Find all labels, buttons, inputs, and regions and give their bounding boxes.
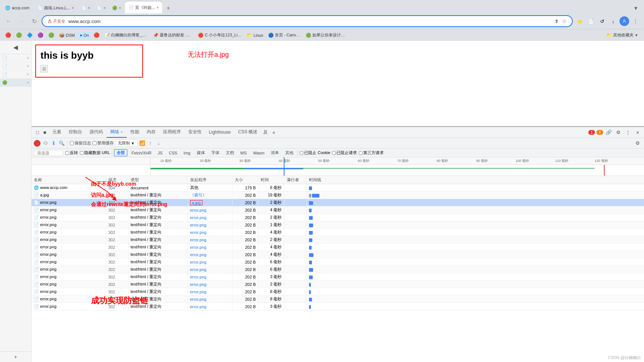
invert-checkbox[interactable]	[65, 151, 69, 155]
preserve-log-checkbox[interactable]	[70, 141, 74, 145]
sidebar-close-btn-4[interactable]: ×	[27, 81, 29, 85]
tab-2[interactable]: 📄 路络,Linux,L... ×	[34, 2, 78, 13]
dt-settings-icon[interactable]: ⚙	[614, 128, 622, 137]
network-table-container[interactable]: 名称 状态 类型 发起程序 大小 时间 瀑行者 时间线 🌐	[32, 176, 644, 362]
record-btn[interactable]	[34, 140, 40, 147]
row-initiator-link[interactable]: error.png	[190, 275, 206, 279]
new-tab-button[interactable]: +	[163, 3, 173, 13]
dt-tab-console[interactable]: 控制台	[65, 127, 86, 138]
dt-settings-btn[interactable]: ⚙	[634, 139, 642, 147]
network-row[interactable]: 📄 error.png 302text/html / 重定向error.png2…	[32, 273, 644, 281]
row-initiator-link[interactable]: error.png	[190, 297, 206, 301]
dt-tab-elements[interactable]: 元素	[49, 127, 65, 138]
network-row[interactable]: 📄 error.png 302text/html / 重定向error.png2…	[32, 214, 644, 221]
blocked-req-label[interactable]: 已阻止请求	[332, 150, 357, 156]
dt-tab-network[interactable]: 网络 ×	[107, 127, 127, 138]
filter-ws[interactable]: WS	[238, 150, 249, 156]
nav-forward[interactable]: →	[16, 16, 27, 26]
col-type[interactable]: 类型	[128, 176, 188, 184]
network-row[interactable]: 📄 error.png 302text/html / 重定向error.png2…	[32, 221, 644, 229]
bookmark-csdn[interactable]: 📝 白幽幽白的博客_CS...	[102, 31, 150, 39]
filter-fetch[interactable]: Fetch/XHR	[129, 150, 154, 156]
tab-close-active[interactable]: ×	[156, 6, 159, 10]
invert-label[interactable]: 反转	[65, 150, 78, 156]
devtools-dock-icon[interactable]: □	[34, 127, 41, 138]
filter-js[interactable]: JS	[156, 150, 165, 156]
nav-back[interactable]: ←	[4, 16, 14, 26]
sidebar-closed-1[interactable]: 📄 ×	[0, 54, 31, 62]
upload-btn[interactable]: ↑	[147, 140, 154, 147]
sidebar-close-btn-2[interactable]: ×	[27, 64, 29, 68]
download-btn-dt[interactable]: ↓	[155, 140, 162, 147]
sidebar-new-tab[interactable]: +	[0, 351, 31, 362]
row-initiator-link[interactable]: error.png	[190, 215, 206, 220]
row-initiator-link[interactable]: error.png	[190, 245, 206, 250]
history-btn[interactable]: ↺	[597, 16, 607, 26]
filter-font[interactable]: 字体	[209, 150, 222, 156]
row-initiator-link[interactable]: error.png	[190, 267, 206, 272]
bookmark-green[interactable]: 🟢	[14, 31, 24, 39]
dt-link-icon[interactable]: 🔗	[605, 128, 613, 137]
bookmark-niepingcha[interactable]: 📌 聂鲁达的邮差 的个...	[151, 31, 195, 39]
network-row[interactable]: 🌐 www.accp.com 304document其他179 B6 毫秒	[32, 184, 644, 192]
tab-close-3[interactable]: ×	[88, 6, 90, 10]
filter-clear[interactable]: 清单	[269, 150, 281, 156]
bookmark-4[interactable]: 🟣	[35, 31, 46, 39]
dt-tab-css[interactable]: CSS 概述	[234, 127, 261, 138]
preserve-log-label[interactable]: 保留日志	[70, 140, 91, 146]
tab-close-4[interactable]: ×	[103, 6, 105, 10]
tab-close-2[interactable]: ×	[72, 6, 74, 10]
col-status[interactable]: 状态	[106, 176, 128, 184]
col-time[interactable]: 时间	[258, 176, 284, 184]
search-btn[interactable]: 🔍	[58, 140, 65, 147]
row-initiator-link[interactable]: error.png	[190, 230, 206, 235]
sidebar-closed-2[interactable]: 📄 ×	[0, 62, 31, 71]
blocked-req-checkbox[interactable]	[332, 151, 336, 155]
sidebar-back-btn[interactable]: ◀	[0, 41, 31, 54]
network-row[interactable]: 📄 error.png 302text/html / 重定向error.png2…	[32, 236, 644, 244]
row-initiator-link[interactable]: error.png	[190, 304, 206, 309]
dt-tab-memory[interactable]: 内存	[143, 127, 159, 138]
network-row[interactable]: 📄 error.png 302text/html / 重定向error.png2…	[32, 281, 644, 288]
filter-all[interactable]: 全部	[114, 149, 127, 156]
hide-data-url-checkbox[interactable]	[80, 151, 84, 155]
filter-other[interactable]: 其他	[283, 150, 296, 156]
network-row[interactable]: 📄 error.png 302text/html / 重定向error.png2…	[32, 206, 644, 214]
third-party-label[interactable]: 第三方请求	[359, 150, 384, 156]
filter-media[interactable]: 媒体	[195, 150, 207, 156]
network-row[interactable]: 📄 a.jpg 302text/html / 重定向《索引》202 B19 毫秒	[32, 192, 644, 199]
dt-menu-icon[interactable]: ⋮	[624, 128, 632, 137]
network-row[interactable]: 📄 error.png 302text/html / 重定向error.png2…	[32, 229, 644, 236]
row-initiator-link[interactable]: error.png	[190, 208, 206, 212]
network-row[interactable]: 📄 error.png 302text/html / 重定向error.png2…	[32, 266, 644, 273]
dt-tab-add[interactable]: +	[270, 127, 277, 138]
network-row[interactable]: 📄 error.png 302text/html / 重定向error.png2…	[32, 303, 644, 310]
tab-5[interactable]: 🟢 ×	[109, 2, 124, 13]
col-waterfall[interactable]: 时间线	[306, 176, 644, 184]
blocked-cookie-checkbox[interactable]	[300, 151, 303, 155]
bookmark-canva[interactable]: 🔵 首页 - Canva可画	[266, 31, 303, 39]
blocked-cookie-label[interactable]: 已阻止 Cookie	[300, 150, 330, 156]
tab-accp[interactable]: 🌐 accp.com	[1, 2, 33, 13]
tab-close-5[interactable]: ×	[119, 6, 121, 10]
col-size[interactable]: 大小	[232, 176, 258, 184]
filter-doc[interactable]: 文档	[224, 150, 236, 156]
filter-img[interactable]: Img	[181, 150, 192, 156]
dt-tab-application[interactable]: 应用程序	[159, 127, 185, 138]
dt-tab-performance[interactable]: 性能	[127, 127, 143, 138]
sidebar-closed-3[interactable]: 📄 ×	[0, 71, 31, 79]
profile-avatar[interactable]: A	[619, 16, 629, 26]
menu-btn[interactable]: ⋮	[631, 16, 640, 26]
row-initiator-link[interactable]: error.png	[190, 252, 206, 257]
url-bar[interactable]: 不安全 www.accp.com 🗡 ☆	[42, 15, 573, 27]
network-row[interactable]: 📄 error.png 302text/html / 重定向error.png2…	[32, 288, 644, 296]
row-initiator-link[interactable]: 《索引》	[190, 193, 206, 197]
col-name[interactable]: 名称	[32, 176, 106, 184]
bookmark-network[interactable]: 🟢 如果让你来设计网络	[303, 31, 348, 39]
download-btn[interactable]: ↓	[608, 16, 618, 26]
ext-btn-2[interactable]: 📄	[586, 16, 596, 26]
bookmark-linux[interactable]: 📁 Linux	[244, 32, 265, 39]
bookmark-dsm[interactable]: 📦 DSM	[57, 32, 77, 39]
devtools-dock-icon2[interactable]: ■	[41, 127, 49, 138]
row-initiator-link[interactable]: error.png	[190, 290, 206, 294]
